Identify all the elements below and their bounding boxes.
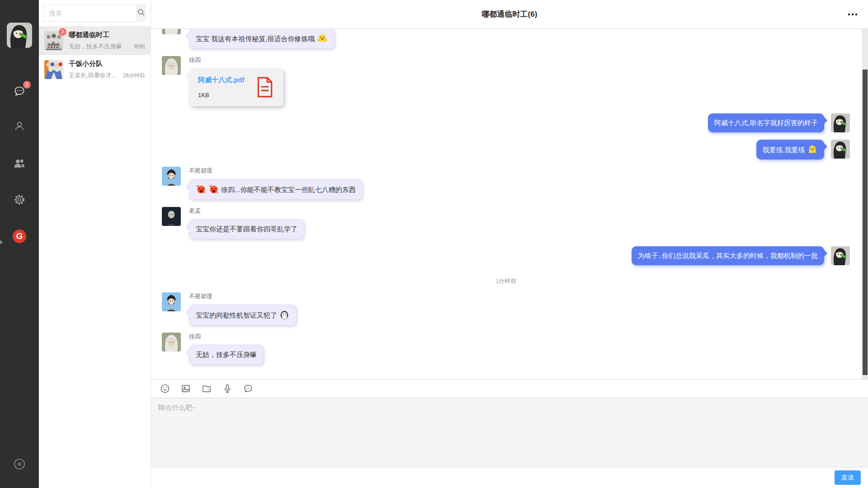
message-list: 宝宝 我这有本祖传秘笈,很适合你修炼哦 徐四阿威十八式.pdf1KB阿威十八式,… — [151, 29, 868, 379]
message-avatar[interactable] — [831, 113, 850, 132]
nav-rail: 2 G — [0, 0, 39, 488]
file-name[interactable]: 阿威十八式.pdf — [198, 76, 245, 84]
message-row: 为啥子..你们总说我呆瓜，其实大多的时候，我都机制的一批 — [162, 246, 850, 265]
message-author: 不摇碧莲 — [189, 292, 212, 300]
composer-footer: 发送 — [151, 467, 868, 488]
composer: 发送 — [151, 379, 868, 488]
image-upload-icon[interactable] — [181, 384, 191, 394]
my-profile-avatar[interactable] — [7, 23, 32, 48]
message-bubble: 阿威十八式,听名字就好厉害的样子 — [708, 113, 824, 132]
file-attachment[interactable]: 阿威十八式.pdf1KB — [189, 68, 283, 106]
conversation-panel: 哪都通临时工(6) 宝宝 我这有本祖传秘笈,很适合你修炼哦 徐四阿威十八式.pd… — [151, 0, 868, 488]
gear-icon — [12, 193, 27, 206]
panel-expand-arrow[interactable] — [0, 240, 3, 244]
send-button[interactable]: 发送 — [835, 470, 861, 485]
emoji-picker-icon[interactable] — [160, 384, 170, 394]
message-bubble: 我要练,我要练 — [756, 140, 824, 160]
message-input-area — [151, 398, 868, 467]
close-circle-icon — [12, 457, 27, 471]
chat-list-item[interactable]: 干饭小分队王道长,我看你才…26分钟前 — [39, 55, 151, 84]
message-avatar[interactable] — [162, 333, 181, 352]
conversation-header: 哪都通临时工(6) — [151, 0, 868, 29]
chat-list: 2哪都通临时工无妨，技多不压身嘛刚刚干饭小分队王道长,我看你才…26分钟前 — [39, 26, 151, 84]
message-input[interactable] — [151, 398, 868, 467]
emoji-icon — [196, 184, 206, 194]
more-options-icon[interactable] — [847, 11, 858, 18]
search-input[interactable] — [43, 5, 137, 22]
nav-contacts-button[interactable] — [12, 120, 27, 133]
nav-settings-button[interactable] — [12, 193, 27, 207]
microphone-icon[interactable] — [222, 384, 232, 394]
chat-time: 刚刚 — [134, 43, 145, 51]
chat-avatar: 2 — [44, 31, 63, 50]
app-logo[interactable]: G — [13, 230, 26, 243]
message-author: 不摇碧莲 — [189, 167, 212, 175]
emoji-icon — [279, 310, 289, 320]
nav-chats-button[interactable]: 2 — [12, 85, 27, 99]
unread-badge: 2 — [23, 81, 31, 89]
message-row: 我要练,我要练 — [162, 140, 850, 160]
search-bar — [39, 0, 151, 26]
group-people-icon — [12, 157, 27, 170]
unread-badge: 2 — [59, 28, 66, 36]
message-bubble: 宝宝你还是不要跟着你四哥乱学了 — [189, 219, 304, 239]
chat-name: 干饭小分队 — [69, 60, 145, 68]
time-divider: 1分钟前 — [162, 277, 850, 285]
scrollbar-track — [862, 29, 868, 379]
search-button[interactable] — [137, 5, 146, 22]
conversation-title: 哪都通临时工(6) — [482, 9, 538, 19]
message-avatar[interactable] — [831, 140, 850, 159]
message-avatar[interactable] — [162, 29, 181, 34]
message-bubble: 为啥子..你们总说我呆瓜，其实大多的时候，我都机制的一批 — [632, 246, 824, 265]
person-icon — [12, 120, 27, 132]
message-row: 徐四无妨，技多不压身嘛 — [162, 333, 850, 365]
message-avatar[interactable] — [162, 292, 181, 311]
pdf-file-icon — [256, 77, 274, 98]
message-author: 老孟 — [189, 207, 201, 215]
message-avatar[interactable] — [162, 207, 181, 226]
chat-preview: 无妨，技多不压身嘛 — [69, 42, 132, 51]
message-row: 不摇碧莲 徐四...你能不能不教宝宝一些乱七八糟的东西 — [162, 167, 850, 200]
message-bubble: 无妨，技多不压身嘛 — [189, 345, 264, 365]
message-avatar[interactable] — [162, 167, 181, 186]
message-row: 徐四阿威十八式.pdf1KB — [162, 56, 850, 106]
message-bubble: 徐四...你能不能不教宝宝一些乱七八糟的东西 — [189, 179, 363, 200]
message-bubble: 宝宝 我这有本祖传秘笈,很适合你修炼哦 — [189, 29, 335, 49]
message-author: 徐四 — [189, 56, 201, 64]
search-icon — [137, 8, 145, 18]
message-author: 徐四 — [189, 333, 201, 341]
message-row: 宝宝 我这有本祖传秘笈,很适合你修炼哦 — [162, 29, 850, 49]
emoji-icon — [209, 184, 219, 194]
file-size: 1KB — [198, 92, 245, 99]
chat-history-icon[interactable] — [243, 384, 253, 394]
chat-avatar — [44, 60, 63, 79]
emoji-icon — [807, 145, 817, 155]
file-folder-icon[interactable] — [202, 384, 212, 394]
chat-preview: 王道长,我看你才… — [69, 71, 120, 80]
message-bubble: 宝宝的间歇性机智证又犯了 — [189, 305, 297, 325]
message-row: 不摇碧莲宝宝的间歇性机智证又犯了 — [162, 292, 850, 325]
message-row: 老孟宝宝你还是不要跟着你四哥乱学了 — [162, 207, 850, 239]
message-avatar[interactable] — [162, 56, 181, 75]
emoji-icon — [317, 33, 327, 43]
nav-groups-button[interactable] — [12, 157, 27, 171]
chat-list-item[interactable]: 2哪都通临时工无妨，技多不压身嘛刚刚 — [39, 26, 151, 55]
composer-toolbar — [151, 380, 868, 398]
chat-list-panel: 2哪都通临时工无妨，技多不压身嘛刚刚干饭小分队王道长,我看你才…26分钟前 — [39, 0, 151, 488]
chat-name: 哪都通临时工 — [69, 31, 145, 39]
message-avatar[interactable] — [831, 246, 850, 265]
app-window: 2 G 2哪都通临时工无妨，技多不压身嘛刚刚干饭小分队王道长,我看你才…26分钟… — [0, 0, 868, 488]
scrollbar-thumb[interactable] — [863, 70, 868, 375]
chat-time: 26分钟前 — [123, 72, 145, 80]
logout-button[interactable] — [12, 457, 27, 471]
message-row: 阿威十八式,听名字就好厉害的样子 — [162, 113, 850, 132]
